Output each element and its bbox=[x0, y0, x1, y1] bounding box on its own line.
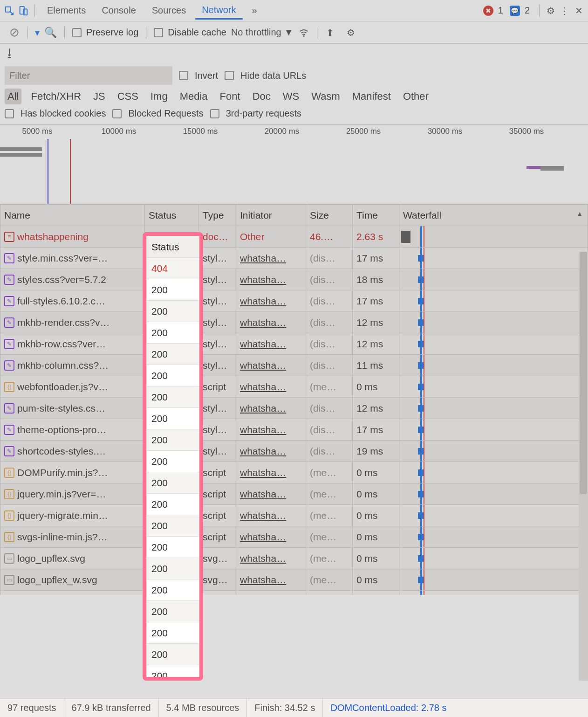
initiator-link[interactable]: whatsha… bbox=[240, 553, 286, 564]
has-blocked-cookies-checkbox[interactable] bbox=[5, 109, 14, 118]
table-row[interactable]: ✎uf-lightslider.css200styl…whatsha…(dis…… bbox=[0, 591, 588, 595]
table-row[interactable]: ✎theme-options-pro…200styl…whatsha…(dis…… bbox=[0, 419, 588, 441]
table-row[interactable]: ✎shortcodes-styles.…200styl…whatsha…(dis… bbox=[0, 441, 588, 462]
table-row[interactable]: {}DOMPurify.min.js?…200scriptwhatsha…(me… bbox=[0, 462, 588, 483]
initiator-link[interactable]: whatsha… bbox=[240, 467, 286, 478]
col-size[interactable]: Size bbox=[306, 205, 353, 226]
initiator-link[interactable]: whatsha… bbox=[240, 381, 286, 392]
throttling-select[interactable]: No throttling ▼ bbox=[231, 27, 294, 38]
type-tab-font[interactable]: Font bbox=[217, 89, 243, 104]
gear-icon[interactable]: ⚙ bbox=[545, 5, 556, 16]
type-tab-fetchxhr[interactable]: Fetch/XHR bbox=[28, 89, 84, 104]
col-type[interactable]: Type bbox=[199, 205, 236, 226]
initiator-link[interactable]: whatsha… bbox=[240, 446, 286, 456]
initiator-link[interactable]: whatsha… bbox=[240, 360, 286, 371]
js-icon: {} bbox=[4, 532, 14, 542]
table-row[interactable]: ✎mkhb-column.css?…200styl…whatsha…(dis…1… bbox=[0, 355, 588, 376]
type-tab-media[interactable]: Media bbox=[177, 89, 211, 104]
kebab-icon[interactable]: ⋮ bbox=[559, 5, 570, 16]
initiator-cell: whatsha… bbox=[236, 269, 306, 290]
initiator-link[interactable]: whatsha… bbox=[240, 403, 286, 414]
table-row[interactable]: ✎mkhb-row.css?ver…200styl…whatsha…(dis…1… bbox=[0, 333, 588, 355]
col-status[interactable]: Status bbox=[145, 205, 199, 226]
vertical-scrollbar[interactable] bbox=[579, 252, 588, 681]
type-tab-ws[interactable]: WS bbox=[280, 89, 302, 104]
initiator-link[interactable]: whatsha… bbox=[240, 253, 286, 263]
initiator-link[interactable]: whatsha… bbox=[240, 424, 286, 435]
timeline-tick: 5000 ms bbox=[22, 127, 52, 136]
status-cell: 200 bbox=[147, 301, 199, 322]
type-tab-doc[interactable]: Doc bbox=[250, 89, 273, 104]
table-row[interactable]: ✎pum-site-styles.cs…200styl…whatsha…(dis… bbox=[0, 398, 588, 419]
type-tab-other[interactable]: Other bbox=[400, 89, 431, 104]
type-tab-js[interactable]: JS bbox=[90, 89, 108, 104]
message-count: 2 bbox=[525, 5, 530, 16]
css-icon: ✎ bbox=[4, 360, 14, 371]
download-har-icon[interactable]: ⭳ bbox=[5, 47, 15, 59]
type-tab-all[interactable]: All bbox=[5, 89, 21, 104]
initiator-link[interactable]: whatsha… bbox=[240, 338, 286, 349]
initiator-cell: whatsha… bbox=[236, 569, 306, 591]
table-row[interactable]: {}jquery-migrate.min…200scriptwhatsha…(m… bbox=[0, 505, 588, 526]
table-row[interactable]: ✎full-styles.6.10.2.c…200styl…whatsha…(d… bbox=[0, 290, 588, 312]
error-count-badge[interactable]: ✖ bbox=[483, 6, 493, 16]
table-row[interactable]: ≡whatshappening404doc…Other46.…2.63 s bbox=[0, 226, 588, 248]
col-waterfall[interactable]: Waterfall bbox=[399, 205, 588, 226]
close-icon[interactable]: ✕ bbox=[573, 5, 584, 16]
disable-cache-checkbox[interactable] bbox=[154, 28, 163, 37]
type-cell: script bbox=[199, 526, 236, 548]
upload-har-icon[interactable]: ⬆ bbox=[325, 27, 336, 38]
initiator-link[interactable]: whatsha… bbox=[240, 574, 286, 585]
table-row[interactable]: ✎styles.css?ver=5.7.2200styl…whatsha…(di… bbox=[0, 269, 588, 290]
tab-more[interactable]: » bbox=[246, 2, 264, 19]
initiator-link[interactable]: whatsha… bbox=[240, 510, 286, 521]
tab-console[interactable]: Console bbox=[95, 2, 142, 19]
status-requests: 97 requests bbox=[0, 699, 64, 717]
request-name: logo_upflex_w.svg bbox=[17, 574, 97, 586]
col-name[interactable]: Name bbox=[0, 205, 145, 226]
tab-sources[interactable]: Sources bbox=[145, 2, 192, 19]
hide-data-urls-checkbox[interactable] bbox=[225, 71, 234, 80]
time-cell: 0 ms bbox=[353, 548, 399, 569]
tab-elements[interactable]: Elements bbox=[41, 2, 92, 19]
type-tab-manifest[interactable]: Manifest bbox=[349, 89, 394, 104]
preserve-log-checkbox[interactable] bbox=[72, 28, 82, 37]
network-conditions-icon[interactable] bbox=[298, 27, 309, 38]
table-row[interactable]: {}webfontloader.js?v…200scriptwhatsha…(m… bbox=[0, 376, 588, 398]
type-tab-wasm[interactable]: Wasm bbox=[308, 89, 343, 104]
invert-checkbox[interactable] bbox=[179, 71, 188, 80]
message-count-badge[interactable]: 💬 bbox=[510, 6, 520, 16]
initiator-link[interactable]: whatsha… bbox=[240, 296, 286, 306]
time-cell: 12 ms bbox=[353, 333, 399, 355]
filter-icon[interactable]: ▾ bbox=[35, 27, 40, 38]
initiator-link[interactable]: whatsha… bbox=[240, 274, 286, 285]
waterfall-cell bbox=[399, 269, 588, 290]
table-row[interactable]: ✎mkhb-render.css?v…200styl…whatsha…(dis…… bbox=[0, 312, 588, 333]
request-name: mkhb-render.css?v… bbox=[17, 317, 109, 328]
clear-icon[interactable]: ⊘ bbox=[9, 25, 20, 40]
initiator-link[interactable]: whatsha… bbox=[240, 531, 286, 542]
table-row[interactable]: ▭logo_upflex.svg200svg…whatsha…(me…0 ms bbox=[0, 548, 588, 569]
request-name: styles.css?ver=5.7.2 bbox=[17, 274, 106, 285]
col-time[interactable]: Time bbox=[353, 205, 399, 226]
col-initiator[interactable]: Initiator bbox=[236, 205, 306, 226]
inspect-icon[interactable] bbox=[4, 5, 15, 16]
js-icon: {} bbox=[4, 510, 14, 521]
table-row[interactable]: {}svgs-inline-min.js?…200scriptwhatsha…(… bbox=[0, 526, 588, 548]
filter-input[interactable] bbox=[5, 66, 172, 85]
tab-network[interactable]: Network bbox=[195, 2, 242, 20]
table-row[interactable]: ✎style.min.css?ver=…200styl…whatsha…(dis… bbox=[0, 248, 588, 269]
search-icon[interactable]: 🔍 bbox=[44, 27, 57, 39]
timeline-overview[interactable]: 5000 ms10000 ms15000 ms20000 ms25000 ms3… bbox=[0, 125, 588, 204]
gear-icon[interactable]: ⚙ bbox=[345, 27, 356, 38]
type-tab-css[interactable]: CSS bbox=[115, 89, 141, 104]
third-party-checkbox[interactable] bbox=[210, 109, 219, 118]
initiator-link[interactable]: whatsha… bbox=[240, 489, 286, 499]
blocked-requests-checkbox[interactable] bbox=[112, 109, 122, 118]
divider bbox=[34, 5, 35, 17]
type-tab-img[interactable]: Img bbox=[148, 89, 171, 104]
initiator-link[interactable]: whatsha… bbox=[240, 317, 286, 328]
device-toggle-icon[interactable] bbox=[18, 5, 29, 16]
table-row[interactable]: ▭logo_upflex_w.svg200svg…whatsha…(me…0 m… bbox=[0, 569, 588, 591]
table-row[interactable]: {}jquery.min.js?ver=…200scriptwhatsha…(m… bbox=[0, 483, 588, 505]
